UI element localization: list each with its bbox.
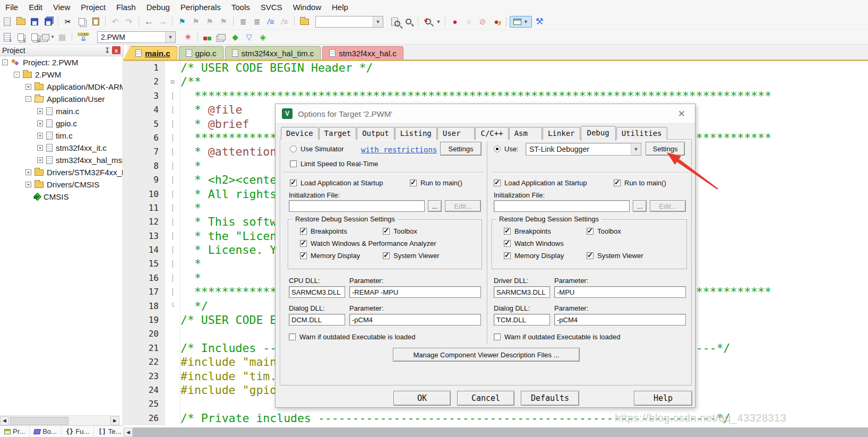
- editor-tab-stm32f4xx_hal_tim-c[interactable]: stm32f4xx_hal_tim.c: [225, 46, 321, 59]
- tree-item[interactable]: +Drivers/STM32F4xx_HAL_Driver: [0, 166, 123, 178]
- uncomment-icon[interactable]: /≡: [278, 16, 291, 28]
- restore-checkbox-breakpoints[interactable]: Breakpoints: [300, 227, 383, 235]
- limit-speed-checkbox[interactable]: Limit Speed to Real-Time: [290, 160, 378, 168]
- new-file-icon[interactable]: [1, 16, 13, 28]
- dialog-tab-cc[interactable]: C/C++: [475, 127, 508, 140]
- tree-item[interactable]: +Application/MDK-ARM: [0, 81, 123, 93]
- editor-scroll-left-icon[interactable]: ◀: [124, 427, 133, 437]
- build-icon[interactable]: ⇓: [14, 31, 27, 43]
- debug-session-dropdown-icon[interactable]: ▼: [435, 16, 442, 28]
- init-file-input-right[interactable]: [494, 200, 630, 212]
- scroll-left-icon[interactable]: ◀: [0, 416, 9, 425]
- cut-icon[interactable]: ✂: [62, 16, 74, 28]
- tree-expander-icon[interactable]: +: [37, 108, 43, 114]
- search-combobox[interactable]: ▼: [315, 16, 383, 28]
- breakpoint-disable-all-icon[interactable]: ⊘: [476, 16, 489, 28]
- close-panel-icon[interactable]: x: [112, 46, 121, 54]
- paste-icon[interactable]: [89, 16, 102, 28]
- pin-icon[interactable]: ↧: [102, 46, 112, 55]
- rebuild-icon[interactable]: ⇊: [28, 31, 41, 43]
- find-in-files-icon[interactable]: [298, 16, 311, 28]
- options-for-target-icon[interactable]: ✳: [182, 31, 194, 43]
- breakpoint-toggle-icon[interactable]: ●: [449, 16, 461, 28]
- tree-expander-icon[interactable]: +: [25, 169, 31, 175]
- restore-checkbox-memory-display[interactable]: Memory Display: [504, 252, 587, 260]
- dialog-tab-asm[interactable]: Asm: [509, 127, 542, 140]
- editor-tab-stm32f4xx_hal-c[interactable]: stm32f4xx_hal.c: [322, 46, 403, 59]
- manage-project-items-icon[interactable]: [215, 31, 228, 43]
- dialog-dll-input-left[interactable]: [289, 314, 345, 325]
- ok-button[interactable]: OK: [393, 391, 451, 406]
- tree-item[interactable]: +stm32f4xx_it.c: [0, 142, 123, 154]
- menu-item-flash[interactable]: Flash: [111, 1, 141, 13]
- tree-expander-icon[interactable]: -: [25, 96, 31, 102]
- menu-item-view[interactable]: View: [48, 1, 75, 13]
- stop-build-icon[interactable]: ▦: [56, 31, 68, 43]
- indent-icon[interactable]: ≣: [251, 16, 263, 28]
- target-select[interactable]: 2.PWM ▼: [97, 31, 176, 43]
- undo-icon[interactable]: ↶: [109, 16, 122, 28]
- menu-item-tools[interactable]: Tools: [226, 1, 255, 13]
- tree-item[interactable]: +main.c: [0, 105, 123, 117]
- cancel-button[interactable]: Cancel: [457, 391, 514, 406]
- fold-margin[interactable]: ⊟: [165, 75, 181, 89]
- editor-hscrollbar[interactable]: ◀: [124, 427, 868, 437]
- bookmark-prev-icon[interactable]: ⚑: [190, 16, 202, 28]
- edit-button-left[interactable]: Edit...: [445, 200, 481, 212]
- init-file-input-left[interactable]: [289, 200, 425, 212]
- browse-button-right[interactable]: ...: [633, 200, 647, 212]
- comment-icon[interactable]: /≡: [264, 16, 277, 28]
- use-simulator-radio[interactable]: Use Simulator: [290, 145, 344, 153]
- edit-button-right[interactable]: Edit...: [650, 200, 686, 212]
- download-icon[interactable]: LOAD ⇊: [75, 31, 91, 43]
- panel-tab-fu[interactable]: {}Fu...: [62, 426, 94, 437]
- tree-expander-icon[interactable]: +: [37, 133, 43, 139]
- breakpoint-kill-all-icon[interactable]: ●✗: [490, 16, 503, 28]
- load-app-checkbox-right[interactable]: Load Application at Startup: [494, 179, 587, 187]
- restore-checkbox-system-viewer[interactable]: System Viewer: [587, 252, 643, 260]
- file-extensions-icon[interactable]: ▽: [243, 31, 255, 43]
- pack-installer-icon[interactable]: ◈: [256, 31, 269, 43]
- dialog-tab-debug[interactable]: Debug: [581, 126, 616, 141]
- tree-item[interactable]: -Project: 2.PWM: [0, 56, 123, 68]
- outdent-icon[interactable]: ≣: [237, 16, 250, 28]
- menu-item-window[interactable]: Window: [288, 1, 326, 13]
- restore-checkbox-memory-display[interactable]: Memory Display: [300, 252, 383, 260]
- tree-expander-icon[interactable]: -: [2, 59, 8, 65]
- save-icon[interactable]: [28, 16, 41, 28]
- dialog-param-input-left[interactable]: [349, 314, 481, 325]
- menu-item-debug[interactable]: Debug: [141, 1, 175, 13]
- dialog-close-icon[interactable]: ✕: [675, 108, 689, 119]
- configure-wrench-icon[interactable]: ⚒: [533, 16, 546, 28]
- tree-item[interactable]: +stm32f4xx_hal_msp.c: [0, 154, 123, 166]
- driver-param-input[interactable]: [554, 286, 686, 298]
- dialog-param-input-right[interactable]: [554, 314, 686, 325]
- browse-button-left[interactable]: ...: [428, 200, 442, 212]
- restore-checkbox-watch-windows[interactable]: Watch Windows: [504, 239, 564, 247]
- restore-checkbox-toolbox[interactable]: Toolbox: [587, 227, 621, 235]
- dialog-tab-linker[interactable]: Linker: [543, 127, 580, 140]
- menu-item-peripherals[interactable]: Peripherals: [175, 1, 226, 13]
- target-select-value[interactable]: 2.PWM: [98, 33, 165, 41]
- bookmark-toggle-icon[interactable]: ⚑: [176, 16, 188, 28]
- panel-tab-pr[interactable]: Pr...: [0, 426, 30, 437]
- tree-expander-icon[interactable]: +: [25, 182, 31, 187]
- menu-item-edit[interactable]: Edit: [23, 1, 48, 13]
- navigate-back-icon[interactable]: ←: [142, 16, 155, 28]
- restore-checkbox-toolbox[interactable]: Toolbox: [383, 227, 417, 235]
- tree-item[interactable]: +tim.c: [0, 130, 123, 142]
- debugger-select-dropdown-icon[interactable]: ▼: [631, 143, 641, 155]
- warn-checkbox-left[interactable]: Warn if outdated Executable is loaded: [289, 333, 416, 341]
- defaults-button[interactable]: Defaults: [521, 391, 579, 406]
- dialog-tab-user[interactable]: User: [437, 127, 475, 140]
- manage-component-viewer-button[interactable]: Manage Component Viewer Description File…: [393, 348, 580, 362]
- tree-item[interactable]: -2.PWM: [0, 68, 123, 81]
- driver-dll-input[interactable]: [494, 286, 550, 298]
- panel-tab-te[interactable]: []Te...: [94, 426, 126, 437]
- with-restrictions-link[interactable]: with restrictions: [361, 145, 437, 154]
- tree-expander-icon[interactable]: +: [37, 121, 43, 126]
- dialog-tab-target[interactable]: Target: [319, 127, 357, 140]
- dialog-title-bar[interactable]: V Options for Target '2.PWM' ✕: [276, 104, 695, 124]
- dialog-tab-utilities[interactable]: Utilities: [616, 127, 667, 140]
- tree-item[interactable]: CMSIS: [0, 191, 123, 203]
